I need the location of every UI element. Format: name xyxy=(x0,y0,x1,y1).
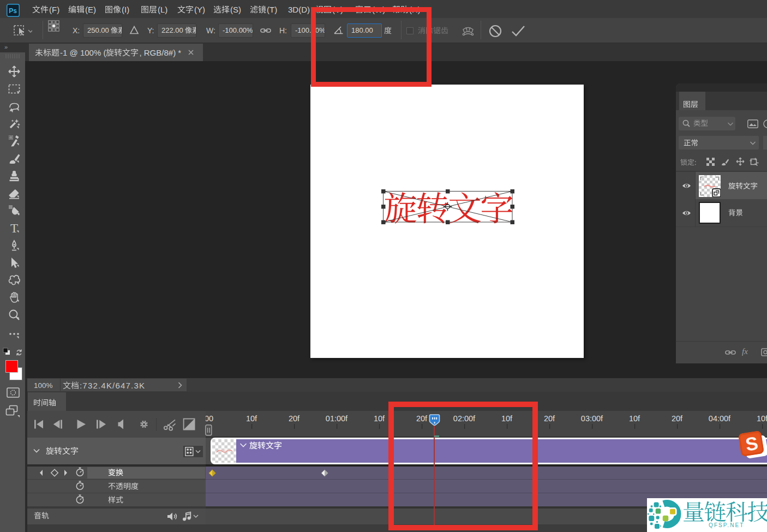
svg-text:20f: 20f xyxy=(289,414,300,423)
svg-text:20f: 20f xyxy=(544,414,555,423)
svg-text:00: 00 xyxy=(206,414,213,423)
svg-text:03:00f: 03:00f xyxy=(581,414,603,423)
svg-text:Ps: Ps xyxy=(9,7,17,15)
svg-text:10f: 10f xyxy=(246,414,257,423)
svg-text:T: T xyxy=(10,222,18,234)
svg-text:10f: 10f xyxy=(757,414,767,423)
svg-text:04:00f: 04:00f xyxy=(709,414,731,423)
svg-text:10f: 10f xyxy=(374,414,385,423)
svg-text:01:00f: 01:00f xyxy=(326,414,348,423)
svg-text:20f: 20f xyxy=(672,414,683,423)
svg-text:10f: 10f xyxy=(629,414,640,423)
